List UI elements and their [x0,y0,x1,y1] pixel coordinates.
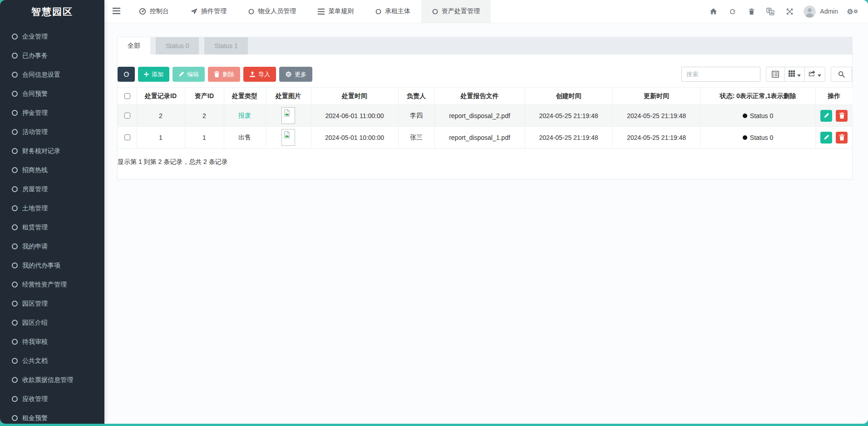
detail-view-button[interactable] [766,67,785,82]
sidebar-item[interactable]: 公共文档 [0,352,104,371]
topnav-tabs: 控制台 插件管理 物业人员管理 菜单规则 承租主体 资产处置管理 [128,0,491,23]
broken-image-icon[interactable] [281,129,295,146]
row-checkbox[interactable] [124,113,130,119]
sidebar-item[interactable]: 园区介绍 [0,313,104,332]
sidebar-item[interactable]: 土地管理 [0,199,104,218]
columns-dropdown-button[interactable] [785,67,805,82]
export-dropdown-button[interactable] [805,67,825,82]
column-header[interactable]: 处置报告文件 [434,88,525,105]
sidebar-item[interactable]: 企业管理 [0,27,104,46]
sidebar-item-label: 公共文档 [22,357,48,365]
grid-icon [789,70,795,79]
topnav-item[interactable]: 承租主体 [365,0,421,23]
cell-updated-time: 2024-05-25 21:19:48 [612,127,700,149]
row-edit-button[interactable] [820,132,832,144]
cell-owner: 张三 [398,127,434,149]
sidebar-item[interactable]: 我的申请 [0,237,104,256]
trash-icon[interactable] [742,0,761,23]
sidebar-item[interactable]: 房屋管理 [0,180,104,199]
sidebar-item[interactable]: 招商热线 [0,161,104,180]
more-button[interactable]: 更多 [279,67,312,82]
column-header[interactable]: 更新时间 [612,88,700,105]
sidebar-item-label: 已办事务 [22,52,48,60]
circle-icon [12,167,18,173]
column-header[interactable]: 负责人 [398,88,434,105]
import-button[interactable]: 导入 [243,67,276,82]
sidebar-item[interactable]: 租赁管理 [0,218,104,237]
status-dot-icon [743,135,747,140]
avatar [804,5,816,18]
home-icon[interactable] [704,0,723,23]
sidebar-item-label: 经营性资产管理 [22,281,67,289]
column-header[interactable]: 创建时间 [525,88,612,105]
sidebar-item[interactable]: 经营性资产管理 [0,275,104,294]
sidebar: 智慧园区 企业管理 已办事务 合同信息设置 合同预警 押金管理 活动管理 财务核… [0,0,104,424]
tab-label: Status 0 [166,42,189,50]
column-header[interactable]: 处置图片 [266,88,311,105]
language-icon[interactable] [761,0,780,23]
select-all-checkbox[interactable] [124,93,130,99]
search-button[interactable] [831,67,852,82]
row-delete-button[interactable] [836,132,848,144]
cell-disposal-type: 出售 [224,127,266,149]
cell-status: Status 0 [700,127,815,149]
row-edit-button[interactable] [820,110,832,122]
column-header[interactable]: 操作 [815,88,853,105]
topnav-item[interactable]: 菜单规则 [307,0,365,23]
settings-gears-icon[interactable] [843,0,862,23]
sidebar-item[interactable]: 园区管理 [0,294,104,313]
sidebar-item[interactable]: 待我审核 [0,332,104,352]
disposal-table: 处置记录ID资产ID处置类型处置图片处置时间负责人处置报告文件创建时间更新时间状… [118,87,853,149]
sidebar-item[interactable]: 活动管理 [0,123,104,142]
menu-toggle-button[interactable] [104,0,128,23]
sidebar-item[interactable]: 租金预警 [0,409,104,424]
sidebar-item[interactable]: 我的代办事项 [0,256,104,275]
cell-report-file: report_disposal_1.pdf [434,127,525,149]
column-header[interactable]: 处置记录ID [137,88,185,105]
cell-owner: 李四 [398,105,434,127]
refresh-button[interactable] [118,67,135,82]
topnav-item[interactable]: 资产处置管理 [421,0,491,23]
topnav-item[interactable]: 物业人员管理 [237,0,307,23]
topnav-item[interactable]: 插件管理 [180,0,237,23]
search-input[interactable] [681,67,760,82]
sidebar-item-label: 待我审核 [22,338,48,346]
circle-icon [12,148,18,154]
row-delete-button[interactable] [836,110,848,122]
sidebar-item-label: 应收管理 [22,395,48,403]
column-header[interactable]: 资产ID [185,88,224,105]
sidebar-item-label: 我的申请 [22,243,48,251]
circle-icon [12,91,18,97]
topnav-item-label: 控制台 [150,7,169,15]
sidebar-item[interactable]: 财务核对记录 [0,142,104,161]
refresh-icon[interactable] [723,0,742,23]
sidebar-item[interactable]: 押金管理 [0,104,104,123]
record-count-summary: 显示第 1 到第 2 条记录，总共 2 条记录 [118,158,852,166]
sidebar-item[interactable]: 合同信息设置 [0,65,104,84]
circle-icon [12,415,18,421]
app-frame: 智慧园区 企业管理 已办事务 合同信息设置 合同预警 押金管理 活动管理 财务核… [0,0,868,424]
export-icon [809,70,815,79]
column-header[interactable]: 处置时间 [311,88,398,105]
sidebar-item[interactable]: 应收管理 [0,390,104,409]
topnav-item-label: 菜单规则 [328,7,354,15]
cell-status: Status 0 [700,105,815,127]
sidebar-item[interactable]: 合同预警 [0,84,104,104]
topnav-item[interactable]: 控制台 [128,0,180,23]
column-header[interactable]: 状态: 0表示正常,1表示删除 [700,88,815,105]
broken-image-icon[interactable] [281,107,295,124]
tab-Status 0[interactable]: Status 0 [156,37,199,54]
row-checkbox[interactable] [124,134,130,140]
topnav-item-label: 插件管理 [201,7,227,15]
circle-icon [12,339,18,345]
tab-全部[interactable]: 全部 [118,37,150,54]
user-menu[interactable]: Admin [799,5,843,18]
sidebar-item-label: 租赁管理 [22,223,48,232]
column-header[interactable]: 处置类型 [224,88,266,105]
sidebar-item[interactable]: 收款票据信息管理 [0,371,104,390]
tab-Status 1[interactable]: Status 1 [204,37,247,54]
disposal-type-value: 报废 [238,112,251,119]
fullscreen-icon[interactable] [780,0,799,23]
add-button[interactable]: 添加 [138,67,169,82]
sidebar-item[interactable]: 已办事务 [0,46,104,65]
